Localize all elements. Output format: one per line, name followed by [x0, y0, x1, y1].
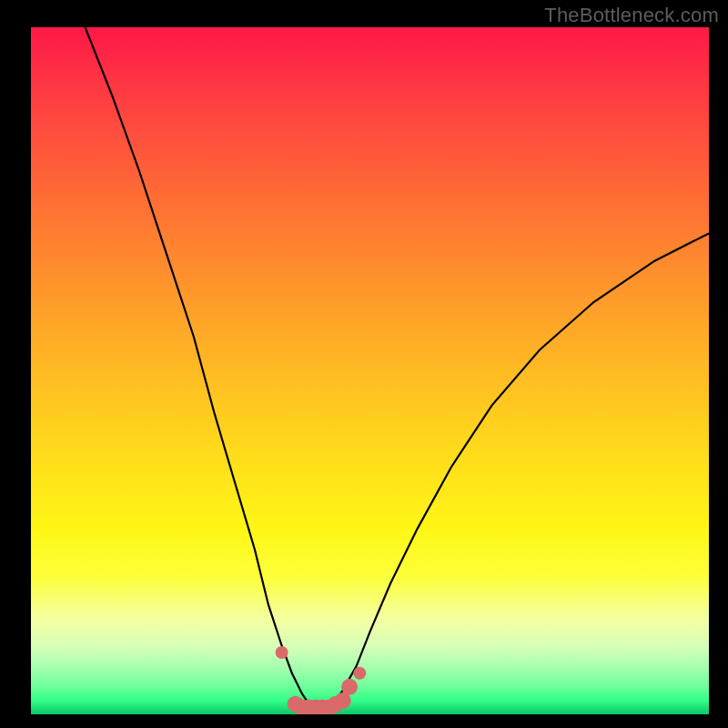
curve-marker [276, 646, 288, 659]
watermark-text: TheBottleneck.com [544, 4, 719, 27]
chart-frame: TheBottleneck.com [0, 0, 728, 728]
curve-marker [341, 679, 358, 695]
curve-markers [31, 27, 709, 714]
curve-marker [353, 667, 366, 680]
plot-area [31, 27, 709, 714]
